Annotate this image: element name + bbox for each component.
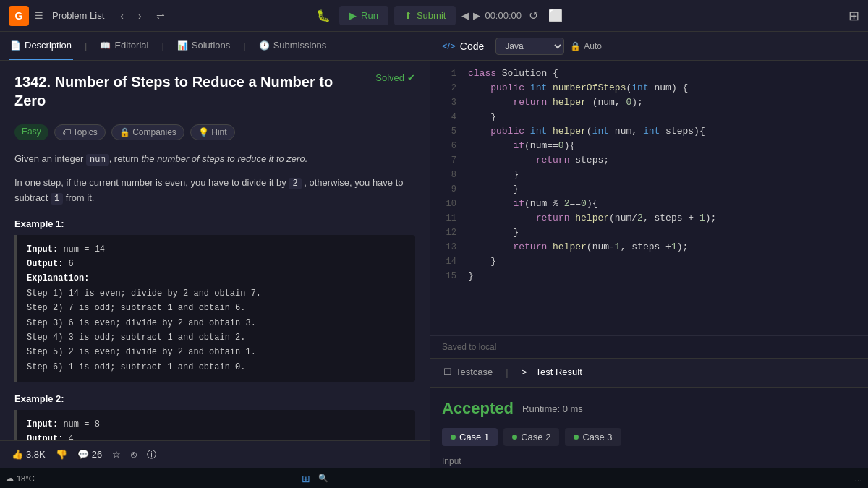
line-content-14: } bbox=[468, 254, 496, 269]
timer-area: ◀ ▶ 00:00:00 ↺ ⬜ bbox=[461, 6, 566, 25]
meta-tags: Easy 🏷 Topics 🔒 Companies 💡 Hint bbox=[14, 124, 415, 140]
timer-refresh-icon[interactable]: ↺ bbox=[526, 6, 541, 25]
line-content-10: if(num % 2==0){ bbox=[468, 197, 597, 211]
code-line-14: 14 } bbox=[430, 254, 868, 269]
likes-count: 3.8K bbox=[26, 449, 46, 460]
shuffle-button[interactable]: ⇌ bbox=[152, 7, 169, 25]
search-taskbar-button[interactable]: 🔍 bbox=[317, 472, 330, 485]
comments-button[interactable]: 💬 26 bbox=[77, 449, 102, 460]
debug-icon[interactable]: 🐛 bbox=[313, 6, 333, 25]
layout-grid-icon[interactable]: ⊞ bbox=[848, 8, 859, 24]
line-number-8: 8 bbox=[436, 168, 456, 182]
test-panel: ☐ Testcase | >_ Test Result Accepted Run… bbox=[430, 358, 868, 468]
timer-play-icon: ▶ bbox=[473, 10, 480, 21]
line-content-8: } bbox=[468, 168, 519, 182]
bookmark-button[interactable]: ☆ bbox=[112, 449, 121, 460]
step-3: Step 3) 6 is even; divide by 2 and obtai… bbox=[27, 316, 405, 330]
code-header-title: Code bbox=[460, 40, 484, 52]
step-5: Step 5) 2 is even; divide by 2 and obtai… bbox=[27, 345, 405, 359]
share-button[interactable]: ⎋ bbox=[131, 449, 137, 460]
hint-tag[interactable]: 💡 Hint bbox=[190, 124, 235, 140]
dislike-button[interactable]: 👎 bbox=[56, 449, 67, 460]
problem-title-text: 1342. Number of Steps to Reduce a Number… bbox=[14, 72, 367, 110]
example-2-output: Output: 4 bbox=[27, 432, 405, 440]
code-line-7: 7 return steps; bbox=[430, 153, 868, 168]
tab-solutions[interactable]: 📊 Solutions bbox=[176, 32, 231, 60]
like-button[interactable]: 👍 3.8K bbox=[12, 449, 46, 460]
tag-icon: 🏷 bbox=[62, 127, 71, 137]
case-2-tab[interactable]: Case 2 bbox=[503, 428, 559, 446]
tab-divider-1: | bbox=[85, 40, 87, 51]
code-header-icon: </> bbox=[442, 40, 456, 51]
case-tabs: Case 1 Case 2 Case 3 bbox=[442, 428, 856, 446]
line-number-4: 4 bbox=[436, 110, 456, 124]
step-1: Step 1) 14 is even; divide by 2 and obta… bbox=[27, 286, 405, 301]
topics-label: Topics bbox=[73, 127, 98, 137]
submissions-tab-icon: 🕐 bbox=[259, 40, 270, 51]
main-area: 📄 Description | 📖 Editorial | 📊 Solution… bbox=[0, 32, 868, 468]
comment-icon: 💬 bbox=[77, 449, 89, 460]
weather-widget[interactable]: ☁ 18°C bbox=[6, 474, 35, 483]
line-content-12: } bbox=[468, 226, 519, 240]
tab-description[interactable]: 📄 Description bbox=[9, 32, 73, 60]
nav-back-button[interactable]: ‹ bbox=[116, 7, 128, 25]
solutions-tab-icon: 📊 bbox=[177, 40, 188, 51]
description-italic: the number of steps to reduce it to zero… bbox=[141, 153, 307, 164]
submit-button[interactable]: ⬆ Submit bbox=[394, 6, 456, 25]
language-selector[interactable]: Java Python C++ JavaScript bbox=[495, 38, 564, 55]
topics-tag[interactable]: 🏷 Topics bbox=[54, 124, 106, 140]
problem-title: 1342. Number of Steps to Reduce a Number… bbox=[14, 72, 367, 116]
timer-expand-icon[interactable]: ⬜ bbox=[545, 6, 566, 25]
case-1-tab[interactable]: Case 1 bbox=[442, 428, 498, 446]
line-number-2: 2 bbox=[436, 81, 456, 95]
line-number-12: 12 bbox=[436, 226, 456, 240]
comments-count: 26 bbox=[92, 449, 102, 460]
problem-list-link[interactable]: Problem List bbox=[52, 10, 104, 21]
nav-forward-button[interactable]: › bbox=[134, 7, 146, 25]
example-1-input: Input: num = 14 bbox=[27, 242, 405, 257]
tab-editorial-label: Editorial bbox=[114, 40, 148, 51]
line-number-11: 11 bbox=[436, 211, 456, 226]
tab-divider-2: | bbox=[161, 40, 163, 51]
tab-solutions-label: Solutions bbox=[192, 40, 230, 51]
code-editor[interactable]: 1class Solution {2 public int numberOfSt… bbox=[430, 61, 868, 335]
accepted-text: Accepted bbox=[442, 399, 514, 418]
example-2-title: Example 2: bbox=[14, 393, 415, 404]
info-button[interactable]: ⓘ bbox=[147, 448, 156, 461]
code-line-9: 9 } bbox=[430, 182, 868, 197]
code-panel-header: </> Code Java Python C++ JavaScript 🔒 Au… bbox=[430, 32, 868, 61]
windows-start-button[interactable]: ⊞ bbox=[299, 472, 312, 485]
share-icon: ⎋ bbox=[131, 449, 137, 460]
run-play-icon: ▶ bbox=[349, 10, 357, 21]
tab-testcase[interactable]: ☐ Testcase bbox=[442, 359, 494, 387]
tab-submissions-label: Submissions bbox=[273, 40, 327, 51]
example-1-output: Output: 6 bbox=[27, 257, 405, 271]
test-tab-divider: | bbox=[506, 367, 508, 378]
line-content-15: } bbox=[468, 269, 474, 283]
taskbar-center: ⊞ 🔍 bbox=[299, 472, 330, 485]
difficulty-tag[interactable]: Easy bbox=[14, 124, 48, 140]
tab-test-result[interactable]: >_ Test Result bbox=[520, 359, 584, 387]
topbar: G ☰ Problem List ‹ › ⇌ 🐛 ▶ Run ⬆ Submit … bbox=[0, 0, 868, 32]
windows-icon: ⊞ bbox=[302, 473, 310, 484]
line-number-14: 14 bbox=[436, 254, 456, 269]
topbar-center: 🐛 ▶ Run ⬆ Submit ◀ ▶ 00:00:00 ↺ ⬜ bbox=[313, 6, 566, 25]
timer-left-icon: ◀ bbox=[461, 10, 469, 21]
companies-tag[interactable]: 🔒 Companies bbox=[111, 124, 184, 140]
num-inline-code: num bbox=[86, 154, 109, 166]
line-number-3: 3 bbox=[436, 95, 456, 110]
line-content-7: return steps; bbox=[468, 153, 609, 168]
system-tray: … bbox=[854, 474, 862, 483]
tab-divider-3: | bbox=[243, 40, 245, 51]
tab-submissions[interactable]: 🕐 Submissions bbox=[258, 32, 328, 60]
submit-label: Submit bbox=[417, 10, 446, 21]
code-line-8: 8 } bbox=[430, 168, 868, 182]
description-paragraph-2: In one step, if the current number is ev… bbox=[14, 176, 415, 206]
tab-editorial[interactable]: 📖 Editorial bbox=[98, 32, 150, 60]
case-3-tab[interactable]: Case 3 bbox=[565, 428, 621, 446]
saved-to-local-text: Saved to local bbox=[430, 335, 868, 358]
star-icon: ☆ bbox=[112, 449, 121, 460]
run-button[interactable]: ▶ Run bbox=[339, 6, 388, 25]
code-line-5: 5 public int helper(int num, int steps){ bbox=[430, 124, 868, 139]
code-line-3: 3 return helper (num, 0); bbox=[430, 95, 868, 110]
